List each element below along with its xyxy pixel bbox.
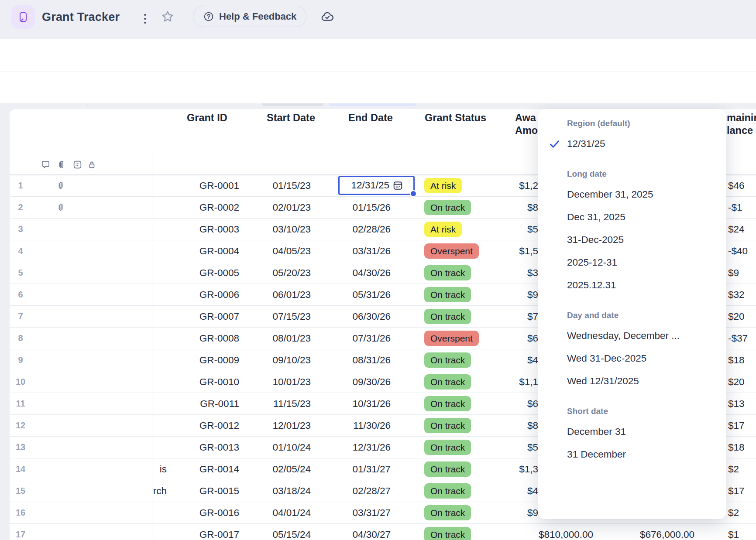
date-format-option[interactable]: Dec 31, 2025 [567, 206, 715, 229]
cell-remaining-balance[interactable]: $18 [728, 437, 756, 458]
status-badge[interactable]: At risk [424, 222, 462, 237]
cell-remaining-balance[interactable]: $2 [728, 458, 756, 480]
favorite-star-icon[interactable] [161, 10, 175, 24]
row-number[interactable]: 14 [11, 458, 30, 480]
cell-start-date[interactable]: 09/10/23 [249, 349, 311, 371]
row-number[interactable]: 9 [11, 349, 30, 371]
cell-end-date[interactable]: 12/31/26 [325, 437, 391, 458]
selected-cell-end-date[interactable]: 12/31/25 [338, 176, 415, 195]
cell-remaining-balance[interactable]: $20 [728, 371, 756, 393]
date-format-option[interactable]: December 31, 2025 [567, 183, 715, 206]
attachment-icon[interactable] [56, 181, 65, 190]
cell-start-date[interactable]: 03/10/23 [249, 219, 311, 240]
cell-end-date[interactable]: 02/28/26 [325, 219, 391, 240]
cell-end-date[interactable]: 03/31/27 [325, 502, 391, 523]
cell-grant-id[interactable]: GR-0004 [174, 240, 239, 262]
row-number[interactable]: 7 [11, 306, 30, 327]
cell-remaining-balance[interactable]: $9 [728, 262, 756, 284]
row-number[interactable]: 8 [11, 328, 30, 349]
cell-remaining-balance[interactable]: -$37 [728, 328, 756, 349]
cell-start-date[interactable]: 11/15/23 [249, 393, 311, 414]
row-number[interactable]: 17 [11, 524, 30, 540]
row-number[interactable]: 15 [11, 480, 30, 502]
cell-grant-id[interactable]: GR-0007 [174, 306, 239, 327]
cell-remaining-balance[interactable]: $2 [728, 502, 756, 523]
row-number[interactable]: 1 [11, 175, 30, 196]
cell-award-amount[interactable]: $5 [464, 219, 538, 240]
cell-grant-id[interactable]: GR-0011 [174, 393, 239, 414]
cell-remaining-balance[interactable]: $1 [728, 524, 756, 540]
row-number[interactable]: 11 [11, 393, 30, 414]
comment-icon[interactable] [41, 160, 51, 170]
cell-remaining-balance[interactable]: $17 [728, 480, 756, 502]
row-number[interactable]: 6 [11, 284, 30, 305]
cell-grant-id[interactable]: GR-0009 [174, 349, 239, 371]
lock-icon[interactable] [87, 160, 97, 170]
column-header-start-date[interactable]: Start Date [267, 112, 315, 124]
cell-end-date[interactable]: 03/31/26 [325, 240, 391, 262]
cell-start-date[interactable]: 06/01/23 [249, 284, 311, 305]
selection-handle[interactable] [410, 190, 417, 197]
cell-grant-id[interactable]: GR-0010 [174, 371, 239, 393]
attachment-icon[interactable] [56, 202, 65, 212]
cell-grant-id[interactable]: GR-0013 [174, 437, 239, 458]
cell-end-date[interactable]: 09/30/26 [325, 371, 391, 393]
cell-grant-id[interactable]: GR-0014 [174, 458, 239, 480]
row-number[interactable]: 2 [11, 197, 30, 218]
cell-start-date[interactable]: 01/10/24 [249, 437, 311, 458]
cell-end-date[interactable]: 11/30/26 [325, 415, 391, 436]
clipped-cell-text[interactable]: is [123, 458, 167, 480]
cell-award-amount[interactable]: $4 [464, 349, 538, 371]
calendar-icon[interactable] [392, 180, 404, 191]
row-number[interactable]: 3 [11, 219, 30, 240]
cell-award-amount[interactable]: $1,3 [464, 458, 538, 480]
column-header-grant-status[interactable]: Grant Status [425, 112, 486, 124]
date-format-option[interactable]: 2025.12.31 [567, 274, 715, 297]
date-format-option[interactable]: 31-Dec-2025 [567, 229, 715, 251]
cell-start-date[interactable]: 07/15/23 [249, 306, 311, 327]
cell-start-date[interactable]: 05/20/23 [249, 262, 311, 284]
column-header-remaining-balance[interactable]: maininglance [727, 112, 756, 137]
cell-end-date[interactable]: 04/30/27 [325, 524, 391, 540]
cell-end-date[interactable]: 10/31/26 [325, 393, 391, 414]
cell-end-date[interactable]: 07/31/26 [325, 328, 391, 349]
app-logo[interactable] [11, 5, 35, 29]
cell-remaining-balance[interactable]: $13 [728, 393, 756, 414]
cell-remaining-balance[interactable]: $32 [728, 284, 756, 305]
date-format-option[interactable]: Wednesday, December ... [567, 325, 715, 347]
row-number[interactable]: 13 [11, 437, 30, 458]
cell-grant-id[interactable]: GR-0015 [174, 480, 239, 502]
cell-award-amount[interactable]: $6 [464, 328, 538, 349]
cell-end-date[interactable]: 04/30/26 [325, 262, 391, 284]
cell-grant-id[interactable]: GR-0002 [174, 197, 239, 218]
cell-remaining-balance[interactable]: $18 [728, 349, 756, 371]
cell-grant-id[interactable]: GR-0003 [174, 219, 239, 240]
status-badge[interactable]: On track [424, 527, 471, 540]
row-number[interactable]: 12 [11, 415, 30, 436]
cell-start-date[interactable]: 04/05/23 [249, 240, 311, 262]
cell-award-amount[interactable]: $5 [464, 437, 538, 458]
column-header-end-date[interactable]: End Date [348, 112, 393, 124]
cell-start-date[interactable]: 01/15/23 [249, 175, 311, 196]
cell-end-date[interactable]: 05/31/26 [325, 284, 391, 305]
cell-end-date[interactable]: 08/31/26 [325, 349, 391, 371]
cell-start-date[interactable]: 02/01/23 [249, 197, 311, 218]
cell-end-date[interactable]: 01/31/27 [325, 458, 391, 480]
cell-remaining-balance[interactable]: -$1 [728, 197, 756, 218]
cell-start-date[interactable]: 02/05/24 [249, 458, 311, 480]
date-format-option[interactable]: December 31 [567, 420, 715, 443]
date-format-option[interactable]: Wed 31-Dec-2025 [567, 347, 715, 370]
cell-award-amount[interactable]: $1,1 [464, 371, 538, 393]
cell-award-amount[interactable]: $8 [464, 197, 538, 218]
attachment-icon[interactable] [56, 160, 66, 170]
cell-award-amount[interactable]: $6 [464, 393, 538, 414]
cell-start-date[interactable]: 08/01/23 [249, 328, 311, 349]
cell-end-date[interactable]: 01/15/26 [325, 197, 391, 218]
cell-award-amount[interactable]: $9 [464, 284, 538, 305]
date-format-option[interactable]: 31 December [567, 443, 715, 466]
cell-award-amount[interactable]: $1,2 [464, 175, 538, 196]
cell-start-date[interactable]: 03/18/24 [249, 480, 311, 502]
date-format-option[interactable]: Wed 12/31/2025 [567, 370, 715, 393]
cell-grant-id[interactable]: GR-0001 [174, 175, 239, 196]
cell-award-amount[interactable]: $9 [464, 502, 538, 523]
